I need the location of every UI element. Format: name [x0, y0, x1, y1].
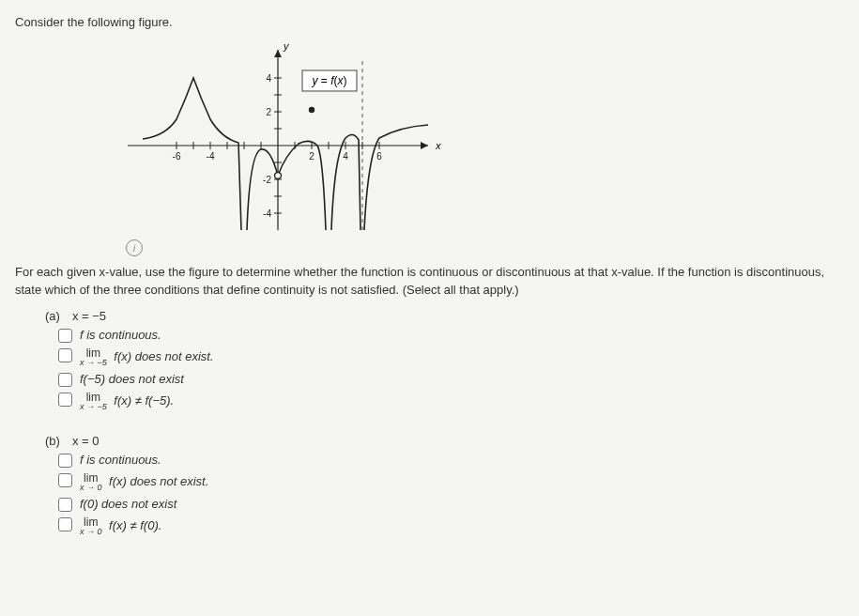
checkbox-icon[interactable] [58, 517, 72, 531]
part-a: (a) x = −5 f is continuous. limx → −5 f(… [45, 309, 844, 411]
option-text: f(0) does not exist [80, 497, 176, 511]
svg-marker-1 [421, 142, 428, 149]
option-text: f is continuous. [80, 453, 161, 467]
y-tick-neg4: -4 [263, 208, 271, 219]
checkbox-icon[interactable] [58, 329, 72, 343]
closed-point [309, 107, 314, 113]
option-b-limit-dne[interactable]: limx → 0 f(x) does not exist. [58, 472, 844, 492]
part-b: (b) x = 0 f is continuous. limx → 0 f(x)… [45, 434, 844, 536]
option-a-f-dne[interactable]: f(−5) does not exist [58, 372, 844, 387]
checkbox-icon[interactable] [58, 348, 72, 362]
x-tick-neg6: -6 [173, 151, 181, 162]
checkbox-icon[interactable] [58, 373, 72, 387]
option-b-mismatch[interactable]: limx → 0 f(x) ≠ f(0). [58, 516, 844, 536]
option-a-mismatch[interactable]: limx → −5 f(x) ≠ f(−5). [58, 392, 844, 411]
function-graph: x y -6 -4 2 4 6 4 2 -2 -4 [118, 33, 456, 239]
part-a-label: (a) x = −5 [45, 309, 844, 323]
option-b-f-dne[interactable]: f(0) does not exist [58, 497, 844, 512]
option-text: limx → −5 f(x) does not exist. [80, 347, 214, 367]
checkbox-icon[interactable] [58, 473, 72, 487]
option-text: limx → 0 f(x) ≠ f(0). [80, 516, 161, 536]
option-text: f(−5) does not exist [80, 372, 184, 386]
equation-label: y = f(x) [311, 74, 346, 87]
prompt-text: Consider the following figure. [15, 15, 844, 29]
open-point-origin [275, 173, 282, 179]
x-tick-neg4: -4 [207, 151, 215, 162]
x-axis-label: x [435, 140, 441, 151]
option-a-limit-dne[interactable]: limx → −5 f(x) does not exist. [58, 347, 844, 367]
option-text: f is continuous. [80, 328, 161, 342]
y-tick-neg2: -2 [263, 175, 271, 185]
checkbox-icon[interactable] [58, 393, 72, 407]
option-b-continuous[interactable]: f is continuous. [58, 453, 844, 468]
y-tick-2: 2 [266, 107, 271, 117]
y-tick-4: 4 [266, 73, 271, 84]
x-tick-4: 4 [343, 151, 348, 162]
info-icon[interactable]: i [126, 239, 143, 256]
figure-container: x y -6 -4 2 4 6 4 2 -2 -4 [118, 33, 844, 256]
checkbox-icon[interactable] [58, 454, 72, 468]
option-text: limx → −5 f(x) ≠ f(−5). [80, 392, 174, 411]
option-text: limx → 0 f(x) does not exist. [80, 472, 208, 492]
checkbox-icon[interactable] [58, 498, 72, 512]
svg-marker-3 [274, 50, 282, 57]
x-tick-2: 2 [309, 151, 314, 162]
x-tick-6: 6 [376, 151, 382, 162]
option-a-continuous[interactable]: f is continuous. [58, 328, 844, 343]
y-axis-label: y [283, 40, 290, 52]
instructions-text: For each given x-value, use the figure t… [15, 264, 844, 300]
part-b-label: (b) x = 0 [45, 434, 844, 448]
